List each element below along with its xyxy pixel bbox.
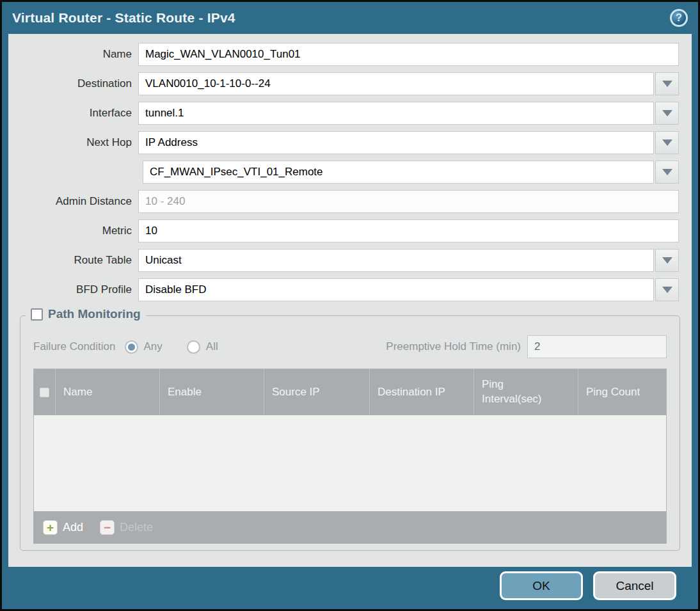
dialog-window: Virtual Router - Static Route - IPv4 ? N… [0, 0, 700, 611]
chevron-down-icon [662, 287, 672, 293]
path-monitoring-section: Path Monitoring Failure Condition Any Al… [20, 315, 680, 551]
route-table-input[interactable] [138, 249, 654, 272]
column-header-name[interactable]: Name [56, 369, 160, 415]
failure-condition-row: Failure Condition Any All Preemptive Hol… [33, 335, 667, 358]
table-header-checkbox-cell [34, 369, 56, 415]
dialog-body: Name Destination Interface Next Hop [8, 34, 692, 567]
failure-condition-label: Failure Condition [33, 340, 116, 353]
column-header-destination-ip[interactable]: Destination IP [370, 369, 474, 415]
path-monitoring-label: Path Monitoring [48, 307, 141, 321]
path-monitoring-checkbox[interactable] [31, 308, 43, 321]
cancel-button[interactable]: Cancel [593, 571, 676, 600]
failure-condition-any-radio[interactable] [125, 340, 138, 354]
add-button[interactable]: + Add [43, 520, 83, 535]
preemptive-hold-label: Preemptive Hold Time (min) [386, 340, 521, 353]
chevron-down-icon [662, 169, 672, 175]
bfd-profile-input[interactable] [138, 278, 654, 301]
dialog-titlebar: Virtual Router - Static Route - IPv4 ? [2, 2, 698, 34]
metric-input[interactable] [138, 219, 679, 242]
destination-row: Destination [10, 72, 679, 95]
failure-condition-all-radio[interactable] [187, 340, 200, 354]
admin-distance-label: Admin Distance [10, 195, 132, 208]
destination-dropdown-button[interactable] [655, 72, 679, 95]
path-monitoring-table: Name Enable Source IP Destination IP Pin… [33, 369, 667, 544]
name-input[interactable] [138, 43, 679, 66]
route-table-dropdown-button[interactable] [655, 249, 679, 272]
table-header-row: Name Enable Source IP Destination IP Pin… [34, 369, 666, 415]
help-icon[interactable]: ? [670, 9, 688, 27]
select-all-checkbox[interactable] [40, 388, 49, 397]
failure-condition-all-label: All [206, 340, 218, 353]
path-monitoring-legend: Path Monitoring [26, 307, 146, 321]
delete-button[interactable]: − Delete [100, 520, 153, 535]
add-button-label: Add [63, 521, 83, 534]
failure-condition-any-label: Any [144, 340, 163, 353]
interface-label: Interface [10, 107, 132, 120]
bfd-profile-label: BFD Profile [10, 283, 132, 296]
next-hop-address-row [10, 161, 679, 184]
delete-button-label: Delete [120, 521, 153, 534]
bfd-profile-row: BFD Profile [10, 278, 679, 301]
metric-label: Metric [10, 225, 132, 237]
interface-input[interactable] [138, 102, 654, 125]
next-hop-address-dropdown-button[interactable] [655, 161, 679, 184]
dialog-title: Virtual Router - Static Route - IPv4 [12, 10, 235, 26]
next-hop-type-dropdown-button[interactable] [655, 131, 679, 154]
admin-distance-row: Admin Distance [10, 190, 679, 213]
dialog-footer: OK Cancel [2, 567, 698, 610]
next-hop-row: Next Hop [10, 131, 679, 154]
route-table-label: Route Table [10, 254, 132, 267]
chevron-down-icon [662, 110, 672, 116]
chevron-down-icon [662, 257, 672, 264]
column-header-ping-count[interactable]: Ping Count [578, 369, 666, 415]
minus-icon: − [100, 520, 115, 535]
column-header-ping-interval[interactable]: Ping Interval(sec) [474, 369, 578, 415]
table-body-empty [34, 415, 666, 511]
interface-row: Interface [10, 102, 679, 125]
next-hop-address-input[interactable] [143, 161, 654, 184]
table-toolbar: + Add − Delete [34, 511, 666, 543]
preemptive-hold-input[interactable] [527, 335, 667, 358]
next-hop-type-input[interactable] [138, 131, 654, 154]
next-hop-label: Next Hop [10, 136, 132, 149]
column-header-enable[interactable]: Enable [160, 369, 264, 415]
column-header-source-ip[interactable]: Source IP [264, 369, 370, 415]
chevron-down-icon [662, 81, 672, 87]
name-row: Name [10, 43, 679, 66]
admin-distance-input[interactable] [138, 190, 679, 213]
destination-label: Destination [10, 77, 132, 90]
bfd-profile-dropdown-button[interactable] [655, 278, 679, 301]
metric-row: Metric [10, 219, 679, 242]
ok-button[interactable]: OK [500, 571, 583, 600]
interface-dropdown-button[interactable] [655, 102, 679, 125]
name-label: Name [10, 48, 132, 61]
chevron-down-icon [662, 139, 672, 146]
plus-icon: + [43, 520, 58, 535]
destination-input[interactable] [138, 72, 654, 95]
route-table-row: Route Table [10, 249, 679, 272]
